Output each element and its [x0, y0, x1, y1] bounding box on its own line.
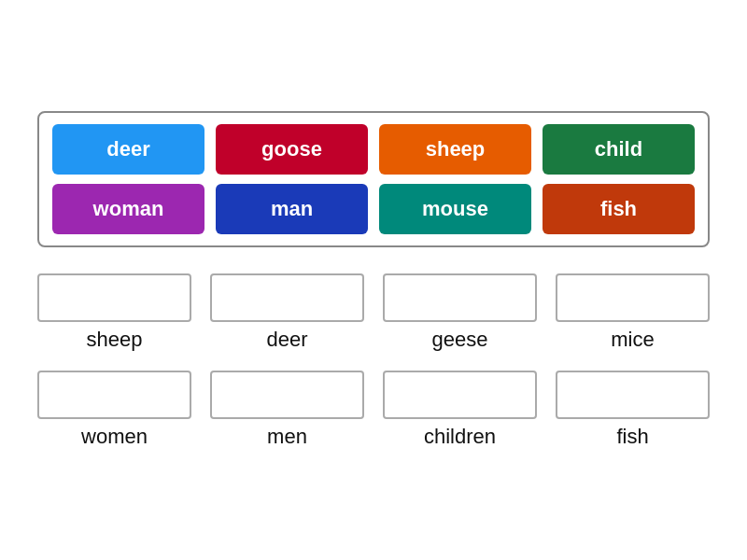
- word-bank: deergoosesheepchild womanmanmousefish: [37, 111, 710, 247]
- drop-row-group-row2: womenmenchildrenfish: [37, 371, 710, 449]
- drop-label-fish-drop: fish: [616, 425, 648, 449]
- drop-item-mice-drop: mice: [556, 273, 710, 352]
- drop-item-men-drop: men: [210, 371, 364, 449]
- drop-label-women-drop: women: [81, 425, 148, 449]
- drop-item-geese-drop: geese: [383, 273, 537, 352]
- drop-box-fish-drop[interactable]: [556, 371, 710, 419]
- drop-box-women-drop[interactable]: [37, 371, 191, 419]
- word-tile-woman[interactable]: woman: [52, 184, 204, 234]
- word-tile-deer[interactable]: deer: [52, 124, 204, 175]
- main-container: deergoosesheepchild womanmanmousefish sh…: [19, 92, 728, 468]
- word-bank-row-1: deergoosesheepchild: [52, 124, 695, 175]
- drop-label-men-drop: men: [267, 425, 307, 449]
- drop-label-children-drop: children: [424, 425, 496, 449]
- drop-label-geese-drop: geese: [432, 328, 488, 352]
- drop-box-sheep-drop[interactable]: [37, 273, 191, 322]
- drop-label-mice-drop: mice: [611, 328, 654, 352]
- drop-label-sheep-drop: sheep: [87, 328, 143, 352]
- drop-box-mice-drop[interactable]: [556, 273, 710, 322]
- drop-item-deer-drop: deer: [210, 273, 364, 352]
- drop-box-deer-drop[interactable]: [210, 273, 364, 322]
- drop-section: sheepdeergeesemicewomenmenchildrenfish: [37, 273, 710, 449]
- drop-box-geese-drop[interactable]: [383, 273, 537, 322]
- drop-item-sheep-drop: sheep: [37, 273, 191, 352]
- drop-item-fish-drop: fish: [556, 371, 710, 449]
- word-tile-fish[interactable]: fish: [543, 184, 695, 234]
- drop-box-men-drop[interactable]: [210, 371, 364, 419]
- drop-row-group-row1: sheepdeergeesemice: [37, 273, 710, 352]
- drop-item-women-drop: women: [37, 371, 191, 449]
- word-tile-child[interactable]: child: [543, 124, 695, 175]
- word-tile-goose[interactable]: goose: [216, 124, 368, 175]
- drop-item-children-drop: children: [383, 371, 537, 449]
- drop-label-deer-drop: deer: [266, 328, 307, 352]
- word-tile-man[interactable]: man: [216, 184, 368, 234]
- drop-row-row1: sheepdeergeesemice: [37, 273, 710, 352]
- word-bank-row-2: womanmanmousefish: [52, 184, 695, 234]
- drop-row-row2: womenmenchildrenfish: [37, 371, 710, 449]
- word-tile-sheep[interactable]: sheep: [379, 124, 531, 175]
- drop-box-children-drop[interactable]: [383, 371, 537, 419]
- word-tile-mouse[interactable]: mouse: [379, 184, 531, 234]
